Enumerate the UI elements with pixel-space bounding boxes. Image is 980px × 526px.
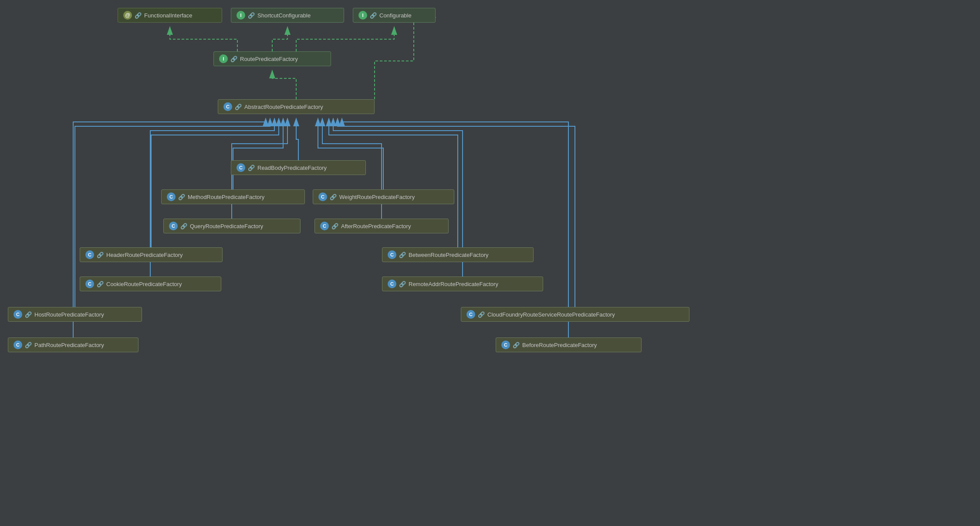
badge-method-route-predicate-factory: C — [167, 192, 176, 201]
badge-cookie-route-predicate-factory: C — [85, 280, 94, 288]
icon-after-route-predicate-factory: 🔗 — [331, 223, 338, 229]
label-query-route-predicate-factory: QueryRoutePredicateFactory — [190, 223, 263, 229]
badge-route-predicate-factory: I — [219, 54, 228, 63]
node-configurable[interactable]: I 🔗 Configurable — [353, 8, 436, 23]
node-host-route-predicate-factory[interactable]: C 🔗 HostRoutePredicateFactory — [8, 307, 142, 322]
node-between-route-predicate-factory[interactable]: C 🔗 BetweenRoutePredicateFactory — [382, 247, 534, 262]
label-after-route-predicate-factory: AfterRoutePredicateFactory — [341, 223, 411, 229]
node-functional-interface[interactable]: @ 🔗 FunctionalInterface — [118, 8, 222, 23]
diagram-container: @ 🔗 FunctionalInterface I 🔗 ShortcutConf… — [0, 0, 980, 526]
icon-query-route-predicate-factory: 🔗 — [180, 223, 187, 229]
node-after-route-predicate-factory[interactable]: C 🔗 AfterRoutePredicateFactory — [314, 219, 449, 233]
badge-remote-addr-route-predicate-factory: C — [388, 280, 396, 288]
icon-functional-interface: 🔗 — [135, 12, 142, 19]
icon-before-route-predicate-factory: 🔗 — [513, 342, 520, 348]
icon-cookie-route-predicate-factory: 🔗 — [97, 281, 104, 287]
node-cloud-foundry-route-service-route-predicate-factory[interactable]: C 🔗 CloudFoundryRouteServiceRoutePredica… — [461, 307, 689, 322]
label-method-route-predicate-factory: MethodRoutePredicateFactory — [188, 194, 264, 200]
label-route-predicate-factory: RoutePredicateFactory — [240, 56, 298, 62]
label-before-route-predicate-factory: BeforeRoutePredicateFactory — [522, 342, 597, 348]
node-abstract-route-predicate-factory[interactable]: C 🔗 AbstractRoutePredicateFactory — [218, 99, 375, 114]
badge-read-body-predicate-factory: C — [237, 163, 245, 172]
label-shortcut-configurable: ShortcutConfigurable — [257, 12, 311, 19]
label-host-route-predicate-factory: HostRoutePredicateFactory — [34, 311, 104, 318]
badge-host-route-predicate-factory: C — [14, 310, 22, 319]
icon-weight-route-predicate-factory: 🔗 — [330, 194, 337, 200]
icon-host-route-predicate-factory: 🔗 — [25, 311, 32, 318]
label-functional-interface: FunctionalInterface — [144, 12, 193, 19]
icon-remote-addr-route-predicate-factory: 🔗 — [399, 281, 406, 287]
badge-header-route-predicate-factory: C — [85, 250, 94, 259]
icon-between-route-predicate-factory: 🔗 — [399, 252, 406, 258]
badge-shortcut-configurable: I — [237, 11, 245, 20]
node-header-route-predicate-factory[interactable]: C 🔗 HeaderRoutePredicateFactory — [80, 247, 223, 262]
label-abstract-route-predicate-factory: AbstractRoutePredicateFactory — [244, 104, 323, 110]
label-header-route-predicate-factory: HeaderRoutePredicateFactory — [106, 252, 183, 258]
badge-path-route-predicate-factory: C — [14, 341, 22, 349]
node-cookie-route-predicate-factory[interactable]: C 🔗 CookieRoutePredicateFactory — [80, 276, 221, 291]
icon-abstract-route-predicate-factory: 🔗 — [235, 104, 242, 110]
node-path-route-predicate-factory[interactable]: C 🔗 PathRoutePredicateFactory — [8, 337, 139, 352]
badge-between-route-predicate-factory: C — [388, 250, 396, 259]
label-cloud-foundry: CloudFoundryRouteServiceRoutePredicateFa… — [487, 311, 615, 318]
badge-cloud-foundry: C — [466, 310, 475, 319]
badge-after-route-predicate-factory: C — [320, 222, 329, 230]
badge-abstract-route-predicate-factory: C — [223, 102, 232, 111]
badge-weight-route-predicate-factory: C — [318, 192, 327, 201]
icon-read-body-predicate-factory: 🔗 — [248, 165, 255, 171]
node-remote-addr-route-predicate-factory[interactable]: C 🔗 RemoteAddrRoutePredicateFactory — [382, 276, 543, 291]
label-weight-route-predicate-factory: WeightRoutePredicateFactory — [339, 194, 415, 200]
node-route-predicate-factory[interactable]: I 🔗 RoutePredicateFactory — [213, 51, 331, 66]
icon-method-route-predicate-factory: 🔗 — [178, 194, 185, 200]
node-read-body-predicate-factory[interactable]: C 🔗 ReadBodyPredicateFactory — [231, 160, 366, 175]
node-weight-route-predicate-factory[interactable]: C 🔗 WeightRoutePredicateFactory — [313, 189, 454, 204]
icon-cloud-foundry: 🔗 — [478, 311, 485, 318]
label-between-route-predicate-factory: BetweenRoutePredicateFactory — [409, 252, 489, 258]
label-path-route-predicate-factory: PathRoutePredicateFactory — [34, 342, 104, 348]
label-remote-addr-route-predicate-factory: RemoteAddrRoutePredicateFactory — [409, 281, 498, 287]
icon-route-predicate-factory: 🔗 — [230, 56, 237, 62]
icon-path-route-predicate-factory: 🔗 — [25, 342, 32, 348]
icon-shortcut-configurable: 🔗 — [248, 12, 255, 19]
badge-configurable: I — [358, 11, 367, 20]
label-configurable: Configurable — [379, 12, 412, 19]
badge-query-route-predicate-factory: C — [169, 222, 178, 230]
node-query-route-predicate-factory[interactable]: C 🔗 QueryRoutePredicateFactory — [163, 219, 301, 233]
node-before-route-predicate-factory[interactable]: C 🔗 BeforeRoutePredicateFactory — [496, 337, 642, 352]
arrows-svg — [0, 0, 980, 526]
badge-before-route-predicate-factory: C — [501, 341, 510, 349]
icon-configurable: 🔗 — [370, 12, 377, 19]
node-shortcut-configurable[interactable]: I 🔗 ShortcutConfigurable — [231, 8, 344, 23]
label-read-body-predicate-factory: ReadBodyPredicateFactory — [257, 165, 327, 171]
badge-functional-interface: @ — [123, 11, 132, 20]
label-cookie-route-predicate-factory: CookieRoutePredicateFactory — [106, 281, 182, 287]
node-method-route-predicate-factory[interactable]: C 🔗 MethodRoutePredicateFactory — [161, 189, 305, 204]
icon-header-route-predicate-factory: 🔗 — [97, 252, 104, 258]
